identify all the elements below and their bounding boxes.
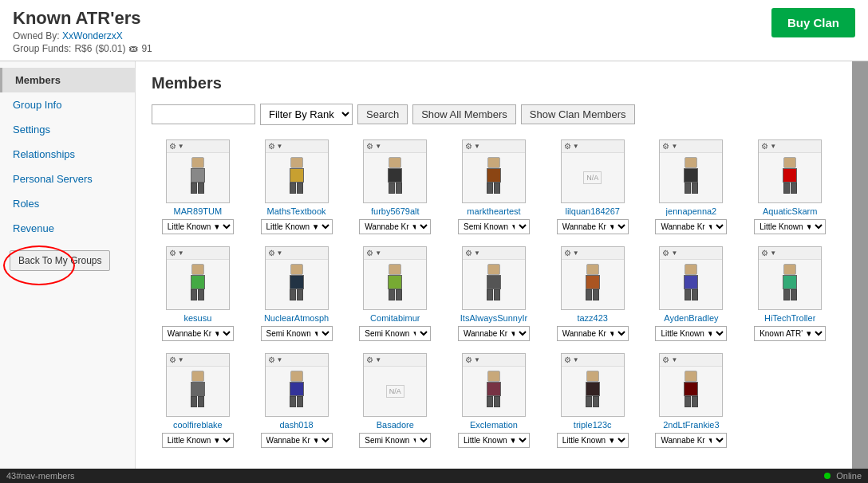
member-name[interactable]: Comitabimur xyxy=(370,313,420,323)
member-name[interactable]: 2ndLtFrankie3 xyxy=(663,420,719,430)
sidebar-item-roles[interactable]: Roles xyxy=(0,191,135,216)
online-status: Online xyxy=(824,471,862,476)
rank-select[interactable]: Wannabe Kr ▼Little KnownSemi KnownKnown … xyxy=(557,326,629,341)
rank-select[interactable]: Wannabe Kr ▼Little KnownSemi KnownKnown … xyxy=(261,433,333,448)
member-name[interactable]: ItsAlwaysSunnyIr xyxy=(460,313,527,323)
member-name[interactable]: dash018 xyxy=(279,420,313,430)
back-to-my-groups-button[interactable]: Back To My Groups xyxy=(10,250,110,271)
gear-icon: ⚙ xyxy=(662,249,669,257)
avatar-box: ⚙ ▼ xyxy=(758,246,822,310)
gear-icon: ⚙ xyxy=(169,142,176,151)
dropdown-icon: ▼ xyxy=(671,356,677,363)
rank-select[interactable]: Little Known ▼Wannabe KrSemi KnownKnown … xyxy=(162,219,234,234)
member-name[interactable]: coolfireblake xyxy=(173,420,223,430)
avatar-controls: ⚙ ▼ xyxy=(266,140,328,153)
rank-select[interactable]: Semi Known ▼Little KnownWannabe KrKnown … xyxy=(458,219,530,234)
member-name[interactable]: furby5679alt xyxy=(371,206,420,216)
search-button[interactable]: Search xyxy=(357,104,408,124)
rank-select[interactable]: Wannabe Kr ▼Little KnownSemi KnownKnown … xyxy=(655,219,727,234)
avatar-controls: ⚙ ▼ xyxy=(364,140,426,153)
owned-by: Owned By: XxWonderzxX xyxy=(13,30,152,41)
character-figure xyxy=(478,371,510,412)
dropdown-icon: ▼ xyxy=(474,249,480,257)
member-name[interactable]: MAR89TUM xyxy=(174,206,223,216)
character-figure xyxy=(182,371,214,412)
rank-filter-select[interactable]: Filter By Rank Little Known Wannabe Kr S… xyxy=(260,104,353,125)
rank-select[interactable]: Semi Known ▼Little KnownWannabe KrKnown … xyxy=(261,326,333,341)
dropdown-icon: ▼ xyxy=(770,143,776,150)
buy-clan-button[interactable]: Buy Clan xyxy=(771,8,855,37)
owner-link[interactable]: XxWonderzxX xyxy=(62,30,123,41)
rank-select[interactable]: Wannabe Kr ▼Little KnownSemi KnownKnown … xyxy=(162,326,234,341)
member-name[interactable]: AydenBradley xyxy=(664,313,718,323)
rank-select[interactable]: Wannabe Kr ▼Little KnownSemi KnownKnown … xyxy=(359,219,431,234)
rank-select[interactable]: Wannabe Kr ▼Little KnownSemi KnownKnown … xyxy=(557,219,629,234)
avatar-box: ⚙ ▼ xyxy=(561,246,625,310)
show-all-members-button[interactable]: Show All Members xyxy=(412,104,516,124)
avatar-box: ⚙ ▼ N/A xyxy=(561,139,625,203)
avatar-figure xyxy=(660,367,722,416)
show-clan-members-button[interactable]: Show Clan Members xyxy=(521,104,635,124)
scrollbar[interactable] xyxy=(852,61,868,476)
rank-select[interactable]: Little Known ▼Wannabe KrSemi KnownKnown … xyxy=(655,326,727,341)
avatar-figure xyxy=(167,367,229,416)
rank-select[interactable]: Little Known ▼Wannabe KrSemi KnownKnown … xyxy=(754,219,826,234)
character-figure xyxy=(577,264,609,305)
avatar-controls: ⚙ ▼ xyxy=(167,247,229,260)
member-name[interactable]: Exclemation xyxy=(470,420,518,430)
character-figure xyxy=(774,157,806,198)
avatar-controls: ⚙ ▼ xyxy=(759,247,821,260)
member-name[interactable]: AquaticSkarm xyxy=(763,206,817,216)
gear-icon: ⚙ xyxy=(662,142,669,151)
member-name[interactable]: HiTechTroller xyxy=(764,313,815,323)
avatar-controls: ⚙ ▼ xyxy=(562,354,624,367)
character-figure xyxy=(675,264,707,305)
member-name[interactable]: MathsTextbook xyxy=(267,206,326,216)
rank-select[interactable]: Little Known ▼Wannabe KrSemi KnownKnown … xyxy=(458,433,530,448)
sidebar-item-settings[interactable]: Settings xyxy=(0,117,135,142)
member-name[interactable]: marktheartest xyxy=(467,206,520,216)
rank-select[interactable]: Wannabe Kr ▼Little KnownSemi KnownKnown … xyxy=(458,326,530,341)
sidebar-item-group-info[interactable]: Group Info xyxy=(0,92,135,117)
rank-select[interactable]: Semi Known ▼Little KnownWannabe KrKnown … xyxy=(359,326,431,341)
online-dot xyxy=(824,473,831,476)
avatar-controls: ⚙ ▼ xyxy=(167,140,229,153)
member-name[interactable]: NuclearAtmosph xyxy=(264,313,329,323)
sidebar-item-relationships[interactable]: Relationships xyxy=(0,142,135,167)
rank-select[interactable]: Little Known ▼Wannabe KrSemi KnownKnown … xyxy=(162,433,234,448)
dropdown-icon: ▼ xyxy=(178,249,184,257)
member-name[interactable]: Basadore xyxy=(377,420,414,430)
dropdown-icon: ▼ xyxy=(375,249,381,257)
sidebar-item-personal-servers[interactable]: Personal Servers xyxy=(0,167,135,191)
avatar-figure xyxy=(759,260,821,309)
rank-select[interactable]: Wannabe Kr ▼Little KnownSemi KnownKnown … xyxy=(655,433,727,448)
avatar-controls: ⚙ ▼ xyxy=(364,247,426,260)
character-figure xyxy=(182,157,214,198)
group-info-header: Known ATR'ers Owned By: XxWonderzxX Grou… xyxy=(13,8,152,54)
sidebar-item-revenue[interactable]: Revenue xyxy=(0,216,135,241)
rank-select[interactable]: Little Known ▼Wannabe KrSemi KnownKnown … xyxy=(261,219,333,234)
gear-icon: ⚙ xyxy=(268,142,275,151)
member-name[interactable]: lilquan184267 xyxy=(565,206,620,216)
member-card-dash018: ⚙ ▼ dash018 Wannabe Kr ▼Little KnownSemi… xyxy=(251,353,343,448)
rank-select[interactable]: Little Known ▼Wannabe KrSemi KnownKnown … xyxy=(557,433,629,448)
rank-select[interactable]: Known ATR' ▼Little KnownWannabe KrSemi K… xyxy=(754,326,826,341)
avatar-box: ⚙ ▼ xyxy=(659,353,723,417)
search-input[interactable] xyxy=(152,104,255,124)
avatar-box: ⚙ ▼ xyxy=(265,139,329,203)
sidebar-item-members[interactable]: Members xyxy=(0,68,135,92)
member-card-exclemation: ⚙ ▼ Exclemation Little Known ▼Wannabe Kr… xyxy=(448,353,540,448)
member-name[interactable]: kesusu xyxy=(183,313,211,323)
avatar-box: ⚙ ▼ xyxy=(758,139,822,203)
member-name[interactable]: tazz423 xyxy=(577,313,608,323)
member-name[interactable]: jennapenna2 xyxy=(666,206,717,216)
url-fragment: 43#nav-members xyxy=(6,471,75,476)
avatar-box: ⚙ ▼ xyxy=(561,353,625,417)
avatar-figure xyxy=(660,153,722,202)
gear-icon: ⚙ xyxy=(465,249,472,257)
dropdown-icon: ▼ xyxy=(573,356,579,363)
avatar-controls: ⚙ ▼ xyxy=(463,140,525,153)
rank-select[interactable]: Semi Known ▼Little KnownWannabe KrKnown … xyxy=(359,433,431,448)
member-name[interactable]: triple123c xyxy=(574,420,612,430)
dropdown-icon: ▼ xyxy=(474,356,480,363)
